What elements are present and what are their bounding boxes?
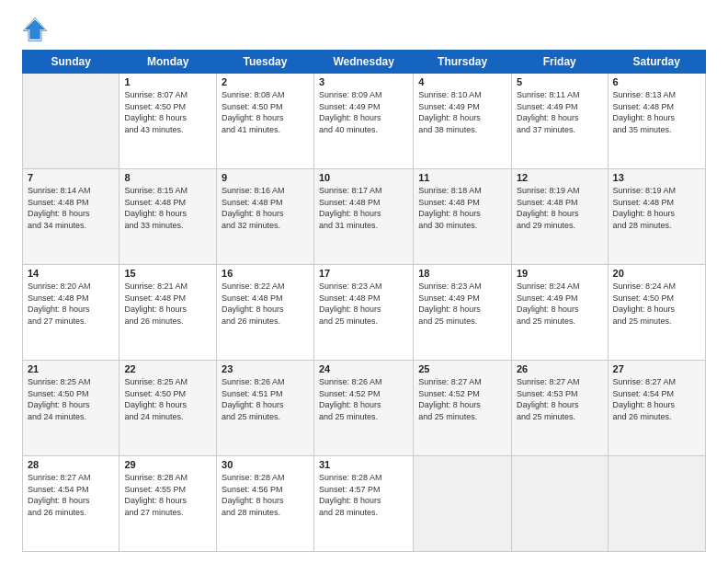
day-detail: Sunrise: 8:23 AM Sunset: 4:48 PM Dayligh…: [319, 281, 408, 327]
logo-icon: [22, 17, 48, 42]
calendar-cell: 26Sunrise: 8:27 AM Sunset: 4:53 PM Dayli…: [511, 361, 608, 456]
page: SundayMondayTuesdayWednesdayThursdayFrid…: [0, 0, 728, 563]
day-detail: Sunrise: 8:27 AM Sunset: 4:52 PM Dayligh…: [418, 376, 506, 422]
day-number: 29: [124, 459, 211, 470]
day-detail: Sunrise: 8:23 AM Sunset: 4:49 PM Dayligh…: [418, 281, 506, 327]
day-detail: Sunrise: 8:19 AM Sunset: 4:48 PM Dayligh…: [517, 185, 603, 231]
day-detail: Sunrise: 8:27 AM Sunset: 4:54 PM Dayligh…: [28, 472, 114, 518]
day-number: 28: [28, 459, 114, 470]
calendar-cell: 10Sunrise: 8:17 AM Sunset: 4:48 PM Dayli…: [313, 169, 413, 265]
calendar-cell: 1Sunrise: 8:07 AM Sunset: 4:50 PM Daylig…: [119, 74, 217, 169]
day-detail: Sunrise: 8:28 AM Sunset: 4:56 PM Dayligh…: [222, 472, 309, 518]
day-header: Friday: [511, 51, 608, 74]
day-header: Thursday: [414, 51, 512, 74]
calendar-cell: 2Sunrise: 8:08 AM Sunset: 4:50 PM Daylig…: [217, 74, 314, 169]
calendar-cell: 15Sunrise: 8:21 AM Sunset: 4:48 PM Dayli…: [119, 265, 217, 361]
day-header: Saturday: [608, 51, 705, 74]
day-number: 30: [222, 459, 309, 470]
calendar-cell: 23Sunrise: 8:26 AM Sunset: 4:51 PM Dayli…: [217, 361, 314, 456]
day-detail: Sunrise: 8:25 AM Sunset: 4:50 PM Dayligh…: [124, 376, 211, 422]
calendar-week: 28Sunrise: 8:27 AM Sunset: 4:54 PM Dayli…: [23, 456, 706, 552]
day-number: 1: [124, 76, 211, 87]
day-number: 12: [517, 172, 603, 183]
calendar-cell: 8Sunrise: 8:15 AM Sunset: 4:48 PM Daylig…: [119, 169, 217, 265]
day-number: 16: [222, 268, 309, 279]
calendar-header: SundayMondayTuesdayWednesdayThursdayFrid…: [23, 51, 706, 74]
calendar-cell: 30Sunrise: 8:28 AM Sunset: 4:56 PM Dayli…: [217, 456, 314, 552]
header-row: SundayMondayTuesdayWednesdayThursdayFrid…: [23, 51, 706, 74]
day-detail: Sunrise: 8:22 AM Sunset: 4:48 PM Dayligh…: [222, 281, 309, 327]
day-detail: Sunrise: 8:07 AM Sunset: 4:50 PM Dayligh…: [124, 89, 211, 135]
day-detail: Sunrise: 8:24 AM Sunset: 4:50 PM Dayligh…: [613, 281, 700, 327]
day-detail: Sunrise: 8:27 AM Sunset: 4:53 PM Dayligh…: [517, 376, 603, 422]
day-number: 15: [124, 268, 211, 279]
day-header: Tuesday: [217, 51, 314, 74]
day-detail: Sunrise: 8:25 AM Sunset: 4:50 PM Dayligh…: [28, 376, 114, 422]
calendar-cell: 18Sunrise: 8:23 AM Sunset: 4:49 PM Dayli…: [414, 265, 512, 361]
calendar-cell: 19Sunrise: 8:24 AM Sunset: 4:49 PM Dayli…: [511, 265, 608, 361]
calendar-body: 1Sunrise: 8:07 AM Sunset: 4:50 PM Daylig…: [23, 74, 706, 552]
day-number: 25: [418, 363, 506, 374]
calendar-cell: 21Sunrise: 8:25 AM Sunset: 4:50 PM Dayli…: [23, 361, 119, 456]
day-number: 26: [517, 363, 603, 374]
day-detail: Sunrise: 8:28 AM Sunset: 4:55 PM Dayligh…: [124, 472, 211, 518]
day-number: 9: [222, 172, 309, 183]
day-number: 31: [319, 459, 408, 470]
day-number: 21: [28, 363, 114, 374]
day-number: 19: [517, 268, 603, 279]
calendar: SundayMondayTuesdayWednesdayThursdayFrid…: [22, 50, 706, 552]
day-number: 8: [124, 172, 211, 183]
calendar-cell: 5Sunrise: 8:11 AM Sunset: 4:49 PM Daylig…: [511, 74, 608, 169]
day-header: Monday: [119, 51, 217, 74]
day-detail: Sunrise: 8:28 AM Sunset: 4:57 PM Dayligh…: [319, 472, 408, 518]
calendar-cell: 24Sunrise: 8:26 AM Sunset: 4:52 PM Dayli…: [313, 361, 413, 456]
day-header: Sunday: [23, 51, 119, 74]
day-number: 18: [418, 268, 506, 279]
calendar-cell: 20Sunrise: 8:24 AM Sunset: 4:50 PM Dayli…: [608, 265, 705, 361]
calendar-week: 14Sunrise: 8:20 AM Sunset: 4:48 PM Dayli…: [23, 265, 706, 361]
logo: [22, 17, 51, 42]
day-detail: Sunrise: 8:19 AM Sunset: 4:48 PM Dayligh…: [613, 185, 700, 231]
day-header: Wednesday: [313, 51, 413, 74]
day-detail: Sunrise: 8:24 AM Sunset: 4:49 PM Dayligh…: [517, 281, 603, 327]
calendar-cell: 25Sunrise: 8:27 AM Sunset: 4:52 PM Dayli…: [414, 361, 512, 456]
calendar-week: 7Sunrise: 8:14 AM Sunset: 4:48 PM Daylig…: [23, 169, 706, 265]
day-number: 7: [28, 172, 114, 183]
day-number: 6: [613, 76, 700, 87]
day-number: 4: [418, 76, 506, 87]
calendar-cell: 11Sunrise: 8:18 AM Sunset: 4:48 PM Dayli…: [414, 169, 512, 265]
calendar-week: 21Sunrise: 8:25 AM Sunset: 4:50 PM Dayli…: [23, 361, 706, 456]
calendar-week: 1Sunrise: 8:07 AM Sunset: 4:50 PM Daylig…: [23, 74, 706, 169]
day-detail: Sunrise: 8:10 AM Sunset: 4:49 PM Dayligh…: [418, 89, 506, 135]
day-number: 24: [319, 363, 408, 374]
calendar-cell: 7Sunrise: 8:14 AM Sunset: 4:48 PM Daylig…: [23, 169, 119, 265]
day-detail: Sunrise: 8:26 AM Sunset: 4:51 PM Dayligh…: [222, 376, 309, 422]
day-detail: Sunrise: 8:18 AM Sunset: 4:48 PM Dayligh…: [418, 185, 506, 231]
calendar-cell: [414, 456, 512, 552]
calendar-cell: [23, 74, 119, 169]
day-number: 11: [418, 172, 506, 183]
calendar-cell: 16Sunrise: 8:22 AM Sunset: 4:48 PM Dayli…: [217, 265, 314, 361]
day-number: 13: [613, 172, 700, 183]
calendar-cell: 22Sunrise: 8:25 AM Sunset: 4:50 PM Dayli…: [119, 361, 217, 456]
day-detail: Sunrise: 8:21 AM Sunset: 4:48 PM Dayligh…: [124, 281, 211, 327]
calendar-cell: 6Sunrise: 8:13 AM Sunset: 4:48 PM Daylig…: [608, 74, 705, 169]
day-detail: Sunrise: 8:20 AM Sunset: 4:48 PM Dayligh…: [28, 281, 114, 327]
day-detail: Sunrise: 8:11 AM Sunset: 4:49 PM Dayligh…: [517, 89, 603, 135]
day-detail: Sunrise: 8:15 AM Sunset: 4:48 PM Dayligh…: [124, 185, 211, 231]
calendar-cell: 13Sunrise: 8:19 AM Sunset: 4:48 PM Dayli…: [608, 169, 705, 265]
day-detail: Sunrise: 8:13 AM Sunset: 4:48 PM Dayligh…: [613, 89, 700, 135]
day-detail: Sunrise: 8:08 AM Sunset: 4:50 PM Dayligh…: [222, 89, 309, 135]
calendar-cell: [511, 456, 608, 552]
day-detail: Sunrise: 8:14 AM Sunset: 4:48 PM Dayligh…: [28, 185, 114, 231]
day-detail: Sunrise: 8:17 AM Sunset: 4:48 PM Dayligh…: [319, 185, 408, 231]
calendar-cell: 12Sunrise: 8:19 AM Sunset: 4:48 PM Dayli…: [511, 169, 608, 265]
day-detail: Sunrise: 8:16 AM Sunset: 4:48 PM Dayligh…: [222, 185, 309, 231]
day-number: 27: [613, 363, 700, 374]
calendar-cell: 27Sunrise: 8:27 AM Sunset: 4:54 PM Dayli…: [608, 361, 705, 456]
day-number: 17: [319, 268, 408, 279]
calendar-cell: 28Sunrise: 8:27 AM Sunset: 4:54 PM Dayli…: [23, 456, 119, 552]
day-number: 10: [319, 172, 408, 183]
day-detail: Sunrise: 8:26 AM Sunset: 4:52 PM Dayligh…: [319, 376, 408, 422]
day-number: 3: [319, 76, 408, 87]
